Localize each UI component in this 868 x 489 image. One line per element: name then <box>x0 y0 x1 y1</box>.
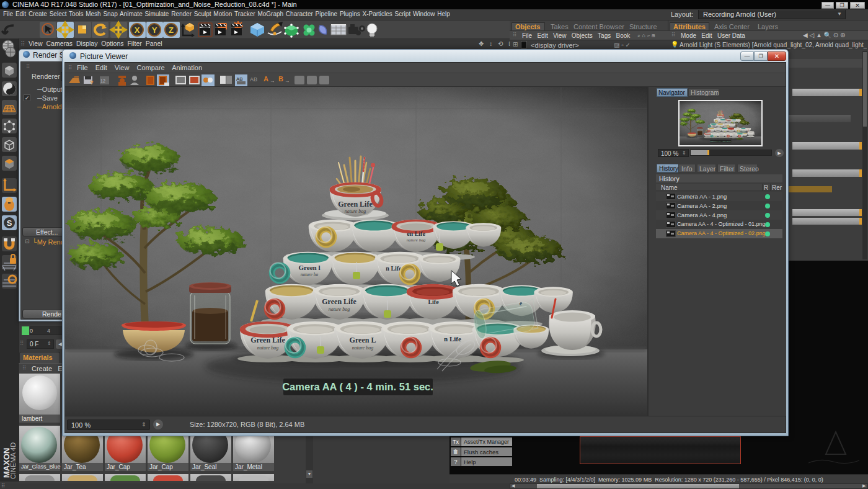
svg-text:Y: Y <box>152 25 157 35</box>
svg-text:X: X <box>135 25 140 35</box>
svg-text:→: → <box>270 78 275 84</box>
svg-text:?: ? <box>90 79 94 86</box>
svg-text:→: → <box>285 78 290 84</box>
svg-text:A: A <box>264 75 268 83</box>
svg-text:AB: AB <box>250 76 257 83</box>
svg-text:B: B <box>278 75 283 83</box>
svg-text:Z: Z <box>169 25 174 35</box>
svg-text:AB: AB <box>236 76 243 82</box>
svg-text:S: S <box>7 218 12 228</box>
svg-text:12: 12 <box>100 79 105 83</box>
